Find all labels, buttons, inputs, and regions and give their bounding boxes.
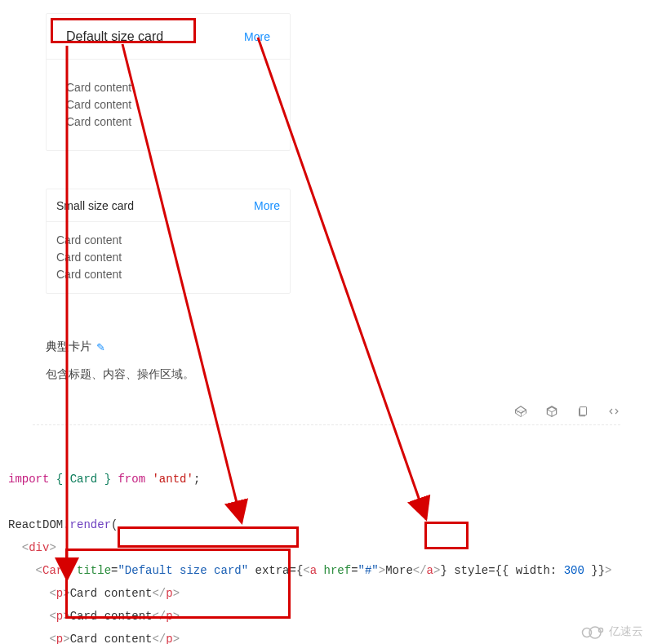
code-icon[interactable] bbox=[607, 405, 620, 418]
card-body: Card content Card content Card content bbox=[47, 222, 290, 293]
card-small: Small size card More Card content Card c… bbox=[46, 189, 291, 294]
codepen-icon[interactable] bbox=[514, 405, 527, 418]
card-content-line: Card content bbox=[66, 96, 270, 113]
code-block: import { Card } from 'antd'; ReactDOM.re… bbox=[0, 425, 653, 644]
codesandbox-icon[interactable] bbox=[545, 405, 558, 418]
card-content-line: Card content bbox=[56, 266, 280, 283]
card-content-line: Card content bbox=[56, 249, 280, 266]
card-title: Default size card bbox=[66, 29, 244, 44]
card-default: Default size card More Card content Card… bbox=[46, 13, 291, 151]
code-token: ReactDOM bbox=[8, 518, 63, 531]
card-title: Small size card bbox=[56, 199, 254, 212]
edit-icon[interactable]: ✎ bbox=[96, 341, 105, 353]
card-content-line: Card content bbox=[56, 232, 280, 249]
card-content-line: Card content bbox=[66, 79, 270, 96]
card-body: Card content Card content Card content bbox=[47, 60, 290, 150]
card-head: Default size card More bbox=[47, 14, 290, 60]
card-extra-link[interactable]: More bbox=[244, 30, 270, 43]
doc-description: 包含标题、内容、操作区域。 bbox=[46, 367, 620, 382]
doc-title: 典型卡片 bbox=[46, 340, 91, 354]
code-token: import bbox=[8, 473, 49, 486]
code-token: from bbox=[118, 473, 145, 486]
doc-section: 典型卡片 ✎ 包含标题、内容、操作区域。 bbox=[46, 340, 620, 382]
code-token: 'antd' bbox=[152, 473, 193, 486]
code-token: .render bbox=[63, 518, 111, 531]
card-extra-link[interactable]: More bbox=[254, 199, 280, 212]
code-token: { Card } bbox=[56, 473, 111, 486]
code-toolbar bbox=[46, 405, 620, 418]
svg-rect-0 bbox=[580, 407, 586, 415]
card-content-line: Card content bbox=[66, 113, 270, 131]
copy-icon[interactable] bbox=[576, 405, 589, 418]
card-head: Small size card More bbox=[47, 189, 290, 222]
